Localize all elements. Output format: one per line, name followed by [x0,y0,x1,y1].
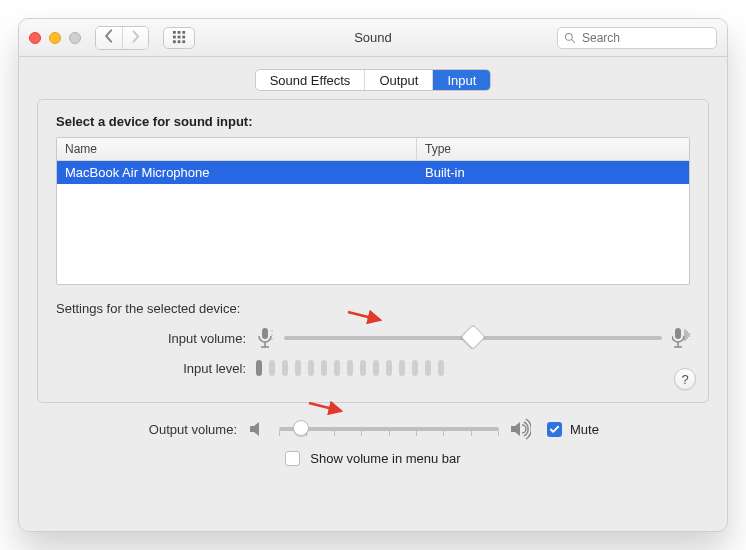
menubar-label: Show volume in menu bar [310,451,460,466]
microphone-high-icon [672,327,690,349]
svg-rect-5 [182,36,185,39]
search-icon [564,32,576,44]
tab-bar: Sound Effects Output Input [37,69,709,91]
device-heading: Select a device for sound input: [56,114,690,129]
column-type[interactable]: Type [417,138,689,160]
close-button[interactable] [29,32,41,44]
input-volume-label: Input volume: [56,331,246,346]
menubar-row: Show volume in menu bar [37,451,709,466]
sound-preferences-window: Sound Sound Effects Output Input Select … [18,18,728,532]
input-level-label: Input level: [56,361,246,376]
svg-rect-7 [177,40,180,43]
svg-rect-0 [172,31,175,34]
device-table: Name Type MacBook Air Microphone Built-i… [56,137,690,285]
device-type: Built-in [417,161,689,184]
window-controls [29,32,81,44]
svg-rect-4 [177,36,180,39]
input-level-row: Input level: [56,360,690,376]
back-button[interactable] [96,27,122,49]
checkbox-empty-icon [285,451,300,466]
show-all-button[interactable] [163,27,195,49]
svg-rect-8 [182,40,185,43]
column-name[interactable]: Name [57,138,417,160]
checkbox-checked-icon [547,422,562,437]
output-volume-label: Output volume: [37,422,237,437]
zoom-button[interactable] [69,32,81,44]
svg-rect-6 [172,40,175,43]
svg-rect-12 [262,328,268,339]
output-volume-slider[interactable] [279,417,499,441]
search-input[interactable] [580,30,710,46]
svg-line-24 [309,403,341,411]
device-name: MacBook Air Microphone [57,161,417,184]
speaker-high-icon [509,418,531,440]
minimize-button[interactable] [49,32,61,44]
search-field[interactable] [557,27,717,49]
input-volume-slider[interactable] [284,326,662,350]
output-volume-row: Output volume: [37,417,709,441]
menubar-checkbox[interactable]: Show volume in menu bar [285,451,460,466]
microphone-low-icon [256,327,274,349]
tab-output[interactable]: Output [364,70,432,90]
speaker-low-icon [247,418,269,440]
grid-icon [172,30,187,45]
input-panel: Select a device for sound input: Name Ty… [37,99,709,403]
footer: Output volume: [37,417,709,466]
mute-label: Mute [570,422,599,437]
window-body: Sound Effects Output Input Select a devi… [19,57,727,480]
input-volume-row: Input volume: [56,326,690,350]
svg-rect-18 [675,328,681,339]
tab-sound-effects[interactable]: Sound Effects [256,70,365,90]
svg-line-10 [572,39,575,42]
svg-rect-1 [177,31,180,34]
tab-input[interactable]: Input [432,70,490,90]
input-level-meter [256,360,690,376]
help-button[interactable]: ? [674,368,696,390]
titlebar: Sound [19,19,727,57]
mute-checkbox[interactable]: Mute [547,422,599,437]
table-header: Name Type [57,138,689,161]
svg-rect-2 [182,31,185,34]
nav-back-forward [95,26,149,50]
settings-heading: Settings for the selected device: [56,301,690,316]
forward-button[interactable] [122,27,148,49]
table-row[interactable]: MacBook Air Microphone Built-in [57,161,689,184]
svg-rect-3 [172,36,175,39]
